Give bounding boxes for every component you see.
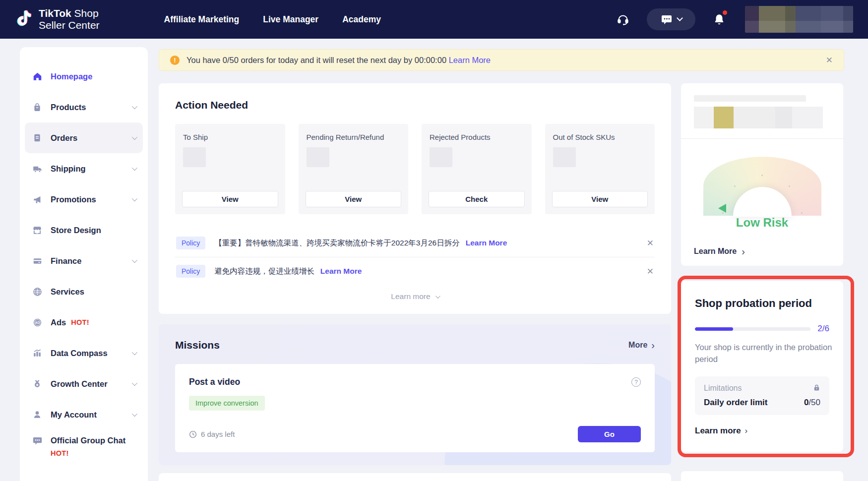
action-needed-card: Action Needed To Ship View Pending Retur… — [159, 83, 671, 314]
shop-probation-card: Shop probation period 2/6 Your shop is c… — [681, 281, 843, 452]
policy-row: Policy 避免内容违规，促进业绩增长 Learn More ✕ — [175, 257, 655, 285]
chevron-right-icon: › — [745, 426, 748, 435]
notifications-button[interactable] — [708, 8, 730, 30]
sidebar-item-finance[interactable]: Finance — [25, 245, 143, 276]
policy-badge[interactable]: Policy — [176, 237, 205, 249]
limit-value: 0/50 — [804, 398, 820, 408]
sidebar-item-homepage[interactable]: Homepage — [25, 61, 143, 92]
tile-out-of-stock-skus: Out of Stock SKUs View — [545, 124, 655, 214]
nav-link-academy[interactable]: Academy — [342, 14, 381, 25]
policy-close-icon[interactable]: ✕ — [647, 239, 654, 247]
nav-link-affiliate-marketing[interactable]: Affiliate Marketing — [164, 14, 240, 25]
policy-close-icon[interactable]: ✕ — [647, 267, 654, 276]
redacted-content — [694, 107, 830, 128]
services-globe-icon — [32, 287, 43, 297]
hot-badge: HOT! — [51, 449, 125, 457]
sidebar-item-orders[interactable]: Orders — [25, 122, 143, 153]
lock-icon — [813, 384, 820, 393]
progress-track — [695, 327, 810, 331]
to-ship-view-button[interactable]: View — [182, 191, 278, 207]
promotions-megaphone-icon — [32, 195, 43, 204]
sidebar-item-promotions[interactable]: Promotions — [25, 184, 143, 215]
notification-badge-dot — [723, 10, 727, 15]
limitations-box: Limitations Daily order limit 0/50 — [695, 376, 829, 415]
clock-icon — [189, 430, 197, 438]
policy-badge[interactable]: Policy — [176, 265, 205, 278]
limitations-label: Limitations — [704, 384, 742, 393]
improve-conversion-tag: Improve conversion — [189, 396, 265, 411]
shipping-truck-icon — [32, 164, 43, 174]
risk-learn-more-link[interactable]: Learn More › — [694, 246, 830, 256]
rejected-products-check-button[interactable]: Check — [429, 191, 525, 207]
policy-text: 【重要】普特敏物流渠道、跨境买卖家物流价卡将于2022年3月26日拆分 — [214, 238, 459, 248]
group-chat-icon — [32, 436, 43, 445]
tile-to-ship: To Ship View — [175, 124, 285, 214]
limit-name: Daily order limit — [704, 398, 767, 408]
support-headset-button[interactable] — [612, 8, 634, 30]
navbar-right-cluster — [612, 6, 853, 33]
chevron-down-icon — [132, 380, 137, 386]
banner-text: You have 0/50 orders for today and it wi… — [186, 56, 491, 65]
chevron-down-icon — [132, 257, 137, 263]
probation-title: Shop probation period — [695, 297, 829, 310]
order-limit-banner: ! You have 0/50 orders for today and it … — [159, 49, 844, 71]
chevron-down-icon — [435, 294, 440, 299]
sidebar-item-store-design[interactable]: Store Design — [25, 215, 143, 245]
missions-card: Missions More › Post a video ? Improve c… — [159, 324, 671, 465]
policy-learn-more-link[interactable]: Learn More — [320, 267, 362, 276]
sidebar-item-shipping[interactable]: Shipping — [25, 153, 143, 184]
banner-learn-more-link[interactable]: Learn More — [449, 56, 491, 64]
tiktok-shop-logo[interactable]: TikTok Shop Seller Center — [15, 7, 100, 31]
mission-go-button[interactable]: Go — [578, 426, 641, 442]
navbar-links: Affiliate Marketing Live Manager Academy — [164, 14, 381, 25]
sidebar-item-services[interactable]: Services — [25, 276, 143, 307]
next-card-partial — [681, 471, 843, 481]
bell-icon — [713, 13, 726, 26]
redacted-count — [553, 147, 576, 167]
divider — [681, 138, 843, 139]
probation-learn-more-link[interactable]: Learn more › — [695, 426, 829, 436]
next-card-partial — [159, 473, 671, 481]
missions-more-link[interactable]: More › — [628, 340, 655, 350]
home-icon — [32, 72, 43, 81]
policy-row: Policy 【重要】普特敏物流渠道、跨境买卖家物流价卡将于2022年3月26日… — [175, 229, 655, 257]
sidebar-item-growth-center[interactable]: Growth Center — [25, 368, 143, 399]
growth-medal-icon — [32, 379, 43, 388]
redacted-text — [694, 95, 806, 102]
sidebar-item-products[interactable]: Products — [25, 92, 143, 122]
tiktok-note-icon — [15, 9, 34, 30]
chevron-down-icon — [132, 196, 137, 201]
progress-label: 2/6 — [817, 324, 829, 334]
policy-text: 避免内容违规，促进业绩增长 — [214, 266, 314, 277]
sidebar-item-data-compass[interactable]: Data Compass — [25, 338, 143, 368]
probation-progress: 2/6 — [695, 324, 829, 334]
missions-title: Missions — [175, 339, 220, 351]
redacted-count — [183, 147, 206, 167]
top-navbar: TikTok Shop Seller Center Affiliate Mark… — [0, 0, 868, 39]
redacted-count — [430, 147, 452, 167]
policies-learn-more-toggle[interactable]: Learn more — [175, 292, 655, 301]
tile-pending-return-refund: Pending Return/Refund View — [299, 124, 409, 214]
chevron-down-icon — [132, 165, 137, 171]
person-icon — [32, 410, 43, 419]
sidebar-item-ads[interactable]: AD Ads HOT! — [25, 307, 143, 338]
help-icon[interactable]: ? — [631, 377, 641, 387]
chevron-down-icon — [132, 134, 137, 140]
out-of-stock-view-button[interactable]: View — [552, 191, 648, 207]
banner-close-icon[interactable]: ✕ — [826, 56, 833, 64]
redacted-count — [307, 147, 329, 167]
policy-learn-more-link[interactable]: Learn More — [466, 239, 507, 247]
messages-dropdown-button[interactable] — [647, 8, 695, 30]
sidebar-item-official-group-chat[interactable]: Official Group Chat HOT! — [25, 430, 143, 462]
chevron-down-icon — [132, 104, 137, 109]
user-account-redacted[interactable] — [745, 6, 853, 33]
pending-return-view-button[interactable]: View — [306, 191, 402, 207]
data-compass-chart-icon — [32, 349, 43, 358]
mission-post-a-video: Post a video ? Improve conversion 6 days… — [175, 364, 655, 452]
risk-level-label: Low Risk — [703, 216, 821, 230]
sidebar-item-my-account[interactable]: My Account — [25, 399, 143, 430]
hot-badge: HOT! — [71, 318, 89, 326]
warning-icon: ! — [170, 56, 180, 65]
nav-link-live-manager[interactable]: Live Manager — [263, 14, 318, 25]
risk-gauge: Low Risk — [703, 157, 821, 216]
